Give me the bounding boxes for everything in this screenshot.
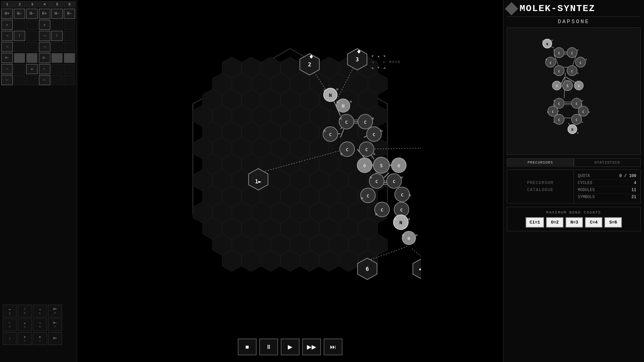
col-5: 5 — [51, 1, 63, 7]
empty-5 — [51, 20, 63, 30]
playback-bar: ■ ⏸ ▶ ▶▶ ⏭ — [238, 339, 342, 355]
stop-button[interactable]: ■ — [238, 339, 257, 355]
svg-text:H: H — [340, 153, 342, 156]
arr-r-4[interactable]: → — [39, 31, 50, 41]
bond-s: S=6 — [604, 217, 622, 228]
ctrl-r[interactable]: H+R — [48, 305, 62, 317]
svg-text:O: O — [578, 84, 580, 88]
svg-text:S: S — [380, 163, 383, 168]
tab-statistics[interactable]: STATISTICS — [574, 158, 641, 167]
svg-text:C: C — [558, 69, 560, 73]
col-3: 3 — [26, 1, 38, 7]
column-headers: 1 2 3 4 5 6 — [1, 1, 75, 7]
h-btn-1[interactable]: H+ — [1, 9, 13, 19]
larr-1[interactable]: ← — [1, 64, 13, 74]
hminus-1[interactable]: H– — [1, 53, 13, 63]
empty-3 — [26, 20, 38, 30]
svg-text:C: C — [365, 147, 368, 152]
svg-text:H: H — [372, 117, 374, 120]
circle-3[interactable]: ⊙ — [26, 64, 38, 74]
empty-r4c3 — [26, 42, 38, 52]
empty-r6c2 — [14, 64, 25, 74]
h-btn-3[interactable]: H– — [26, 9, 38, 19]
larr-4[interactable]: ← — [39, 64, 50, 74]
fast-button[interactable]: ▶▶ — [302, 339, 321, 355]
ctrl-w[interactable]: ↑W — [18, 305, 32, 317]
svg-text:H: H — [402, 234, 404, 237]
svg-text:C: C — [582, 110, 584, 114]
ctrl-s[interactable]: ⇔S — [18, 318, 32, 331]
empty-r6c6 — [64, 64, 75, 74]
larr2-1[interactable]: ← — [1, 75, 13, 85]
svg-text:O: O — [556, 84, 558, 88]
empty-r7c5 — [51, 75, 63, 85]
ctrl-f[interactable]: H–F — [48, 318, 62, 331]
svg-text:H: H — [381, 129, 382, 133]
center-area: 2 3 ◄4 1► 6 ►5 N H H N — [77, 0, 503, 362]
h-btn-5[interactable]: H– — [51, 9, 63, 19]
svg-text:N: N — [572, 128, 574, 131]
svg-text:N: N — [399, 220, 402, 225]
svg-text:H: H — [361, 197, 363, 200]
h-btn-6[interactable]: H– — [64, 9, 75, 19]
right-panel: MOLEK-SYNTEZ DAPSONE — [503, 0, 644, 362]
svg-text:1►: 1► — [255, 178, 262, 185]
x-mark-1[interactable]: ✕ — [1, 20, 13, 30]
svg-text:H: H — [401, 176, 402, 179]
bond-title: MAXIMUM BOND COUNTS — [511, 210, 637, 215]
fastest-button[interactable]: ⏭ — [324, 339, 342, 355]
empty-r4c2 — [14, 42, 25, 52]
svg-text:N: N — [342, 103, 344, 109]
tab-precursors[interactable]: PRECURSORS — [507, 158, 574, 167]
hminus-4[interactable]: H– — [39, 53, 50, 63]
ctrl-v[interactable]: ⊙V — [33, 332, 47, 345]
arr-r2-4[interactable]: → — [39, 42, 50, 52]
larr2-4[interactable]: ← — [39, 75, 50, 85]
svg-text:H: H — [546, 58, 547, 61]
symbols-label: SYMBOLS — [578, 195, 595, 199]
precursor-catalogue-cell[interactable]: PRECURSORCATALOGUE — [507, 170, 574, 203]
arr-r2-1[interactable]: → — [1, 42, 13, 52]
arr-u-5[interactable]: ↑ — [51, 31, 63, 41]
ctrl-e[interactable]: ⇒E — [33, 305, 47, 317]
x-mark-4[interactable]: ✕ — [39, 20, 50, 30]
ctrl-a[interactable]: ←A — [3, 318, 17, 331]
col-4: 4 — [39, 1, 51, 7]
gray-5 — [51, 53, 63, 63]
larrow-row: ← ⊙ ← — [1, 64, 75, 74]
svg-text:H: H — [588, 111, 590, 114]
ctrl-d[interactable]: →D — [33, 318, 47, 331]
svg-text:C: C — [367, 193, 369, 198]
arr-u-2[interactable]: ↑ — [14, 31, 25, 41]
svg-text:O: O — [363, 163, 366, 168]
h-buttons-row: H+ H– H– H+ H– H– — [1, 9, 75, 19]
ctrl-c[interactable]: ✕C — [18, 332, 32, 345]
svg-text:N: N — [329, 93, 332, 98]
svg-text:H: H — [582, 121, 583, 124]
pause-button[interactable]: ⏸ — [259, 339, 278, 355]
svg-text:C: C — [580, 61, 582, 65]
svg-text:C: C — [558, 118, 560, 122]
svg-text:H: H — [553, 72, 555, 75]
quota-row: QUOTA 0 / 100 — [578, 173, 637, 180]
hex-grid-svg: 2 3 ◄4 1► 6 ►5 N H H N — [159, 34, 421, 318]
ctrl-x[interactable]: X — [3, 332, 17, 345]
bond-counts: Cl=1 O=2 N=3 C=4 S=6 — [511, 217, 637, 228]
mv-upleft: ◤ — [371, 54, 376, 59]
bond-section: MAXIMUM BOND COUNTS Cl=1 O=2 N=3 C=4 S=6 — [507, 207, 641, 231]
h-gray-row: H– H– — [1, 53, 75, 63]
mv-left: ◁ — [371, 59, 376, 65]
svg-text:H: H — [408, 218, 410, 221]
ctrl-extra[interactable]: H+ — [48, 332, 62, 345]
h-btn-4[interactable]: H+ — [39, 9, 50, 19]
svg-text:H: H — [340, 117, 341, 120]
arr-r-1[interactable]: → — [1, 31, 13, 41]
larrow2-row: ← ← — [1, 75, 75, 85]
play-button[interactable]: ▶ — [281, 339, 300, 355]
svg-text:H: H — [324, 89, 325, 92]
empty-r7c3 — [26, 75, 38, 85]
empty-r7c2 — [14, 75, 25, 85]
h-btn-2[interactable]: H– — [14, 9, 25, 19]
svg-text:O: O — [397, 163, 400, 168]
ctrl-q[interactable]: ⇔Q — [3, 305, 17, 317]
